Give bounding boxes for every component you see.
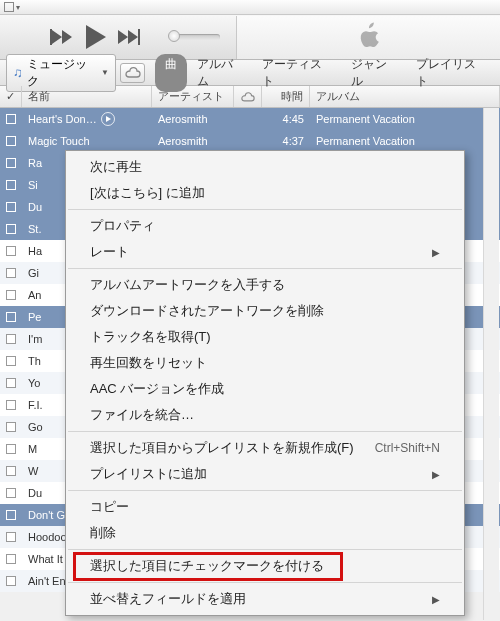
track-artist: Aerosmith	[152, 130, 234, 152]
checkbox-icon[interactable]	[6, 510, 16, 520]
menu-item[interactable]: AAC バージョンを作成	[66, 376, 464, 402]
track-name: An	[28, 289, 41, 301]
menu-item-label: 次に再生	[90, 158, 142, 176]
checkbox-icon[interactable]	[6, 356, 16, 366]
checkbox-icon[interactable]	[6, 158, 16, 168]
checkbox-icon[interactable]	[6, 576, 16, 586]
track-name: Go	[28, 421, 43, 433]
checkbox-icon[interactable]	[6, 224, 16, 234]
menu-item[interactable]: 並べ替えフィールドを適用▶	[66, 586, 464, 612]
menu-item[interactable]: 選択した項目にチェックマークを付ける	[66, 553, 464, 579]
menu-item[interactable]: ファイルを統合…	[66, 402, 464, 428]
checkbox-icon[interactable]	[6, 268, 16, 278]
track-name: W	[28, 465, 38, 477]
menu-item-label: アルバムアートワークを入手する	[90, 276, 285, 294]
header-check[interactable]: ✓	[0, 86, 22, 107]
menu-item[interactable]: レート▶	[66, 239, 464, 265]
checkbox-icon[interactable]	[6, 378, 16, 388]
menu-item[interactable]: 次に再生	[66, 154, 464, 180]
menu-item-label: ダウンロードされたアートワークを削除	[90, 302, 324, 320]
checkbox-icon[interactable]	[6, 422, 16, 432]
menu-item-label: コピー	[90, 498, 129, 516]
chevron-down-icon: ▼	[101, 68, 109, 77]
window-titlebar: ▾	[0, 0, 500, 15]
menu-item[interactable]: 再生回数をリセット	[66, 350, 464, 376]
track-name: F.I.	[28, 399, 43, 411]
menu-item[interactable]: コピー	[66, 494, 464, 520]
checkbox-icon[interactable]	[6, 180, 16, 190]
checkbox-icon[interactable]	[6, 246, 16, 256]
checkbox-icon[interactable]	[6, 532, 16, 542]
track-album: Permanent Vacation	[310, 108, 500, 130]
play-circle-icon[interactable]	[101, 112, 115, 126]
menu-item-label: 削除	[90, 524, 116, 542]
track-name: Magic Touch	[28, 135, 90, 147]
next-button[interactable]	[118, 29, 140, 45]
track-time: 4:37	[262, 130, 310, 152]
menu-separator	[68, 490, 462, 491]
header-artist[interactable]: アーティスト	[152, 86, 234, 107]
track-name: I'm	[28, 333, 42, 345]
track-name: M	[28, 443, 37, 455]
menu-item-label: [次はこちら] に追加	[90, 184, 205, 202]
checkbox-icon[interactable]	[6, 202, 16, 212]
table-row[interactable]: Magic TouchAerosmith4:37Permanent Vacati…	[0, 130, 500, 152]
checkbox-icon[interactable]	[6, 114, 16, 124]
music-note-icon: ♫	[13, 65, 23, 80]
header-time[interactable]: 時間	[262, 86, 310, 107]
menu-item-label: AAC バージョンを作成	[90, 380, 224, 398]
checkbox-icon[interactable]	[6, 488, 16, 498]
lcd-display	[236, 16, 500, 59]
checkbox-icon[interactable]	[6, 400, 16, 410]
menu-item-label: 選択した項目にチェックマークを付ける	[90, 557, 324, 575]
menu-item[interactable]: 削除	[66, 520, 464, 546]
cloud-icon	[125, 67, 141, 78]
menu-item[interactable]: 選択した項目からプレイリストを新規作成(F)Ctrl+Shift+N	[66, 435, 464, 461]
checkbox-icon[interactable]	[6, 554, 16, 564]
menu-item[interactable]: トラック名を取得(T)	[66, 324, 464, 350]
menu-item[interactable]: [次はこちら] に追加	[66, 180, 464, 206]
checkbox-icon[interactable]	[6, 136, 16, 146]
menu-separator	[68, 268, 462, 269]
vertical-scrollbar[interactable]	[483, 108, 499, 620]
menu-item-label: 並べ替えフィールドを適用	[90, 590, 246, 608]
track-time: 4:45	[262, 108, 310, 130]
window-dropdown-icon[interactable]: ▾	[16, 3, 20, 12]
submenu-arrow-icon: ▶	[432, 469, 440, 480]
cloud-button[interactable]	[120, 63, 145, 83]
menu-item-label: プレイリストに追加	[90, 465, 207, 483]
column-header-row: ✓ 名前 アーティスト 時間 アルバム	[0, 86, 500, 108]
play-button[interactable]	[84, 25, 106, 49]
menu-separator	[68, 582, 462, 583]
context-menu: 次に再生[次はこちら] に追加プロパティレート▶アルバムアートワークを入手するダ…	[65, 150, 465, 616]
checkbox-icon[interactable]	[6, 334, 16, 344]
menu-item[interactable]: ダウンロードされたアートワークを削除	[66, 298, 464, 324]
menu-item[interactable]: プロパティ	[66, 213, 464, 239]
track-name: Ha	[28, 245, 42, 257]
submenu-arrow-icon: ▶	[432, 247, 440, 258]
menu-separator	[68, 549, 462, 550]
track-name: Heart's Don…	[28, 113, 97, 125]
checkbox-icon[interactable]	[6, 290, 16, 300]
menu-shortcut: Ctrl+Shift+N	[375, 441, 440, 455]
menu-item[interactable]: アルバムアートワークを入手する	[66, 272, 464, 298]
track-name: Yo	[28, 377, 40, 389]
header-name[interactable]: 名前	[22, 86, 152, 107]
track-name: Du	[28, 487, 42, 499]
checkbox-icon[interactable]	[6, 466, 16, 476]
prev-button[interactable]	[50, 29, 72, 45]
track-name: Si	[28, 179, 38, 191]
header-cloud[interactable]	[234, 86, 262, 107]
volume-knob[interactable]	[168, 30, 180, 42]
apple-logo-icon	[356, 22, 382, 52]
menu-separator	[68, 209, 462, 210]
checkbox-icon[interactable]	[6, 444, 16, 454]
window-control-icon[interactable]	[4, 2, 14, 12]
table-row[interactable]: Heart's Don…Aerosmith4:45Permanent Vacat…	[0, 108, 500, 130]
menu-item-label: 再生回数をリセット	[90, 354, 207, 372]
track-artist: Aerosmith	[152, 108, 234, 130]
menu-item[interactable]: プレイリストに追加▶	[66, 461, 464, 487]
volume-slider[interactable]	[170, 34, 220, 40]
header-album[interactable]: アルバム	[310, 86, 500, 107]
checkbox-icon[interactable]	[6, 312, 16, 322]
